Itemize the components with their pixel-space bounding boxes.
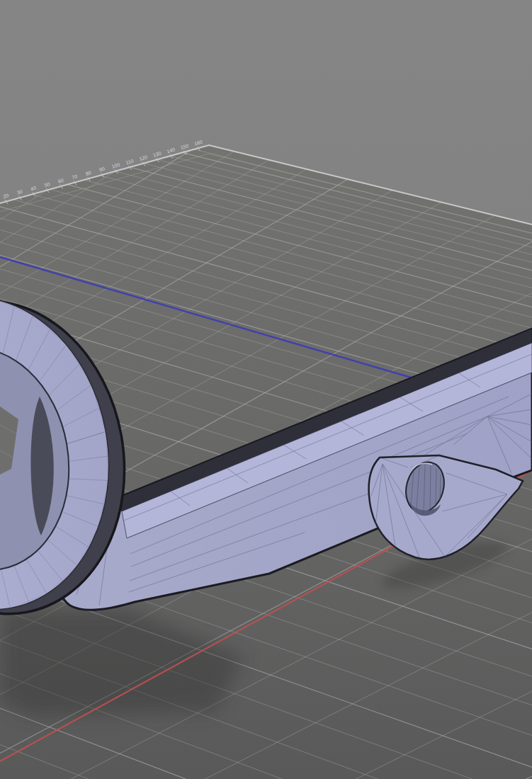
viewport-3d[interactable]: 2030405060708090100110120130140150160 xyxy=(0,0,532,779)
scene-canvas[interactable]: 2030405060708090100110120130140150160 xyxy=(0,0,532,779)
